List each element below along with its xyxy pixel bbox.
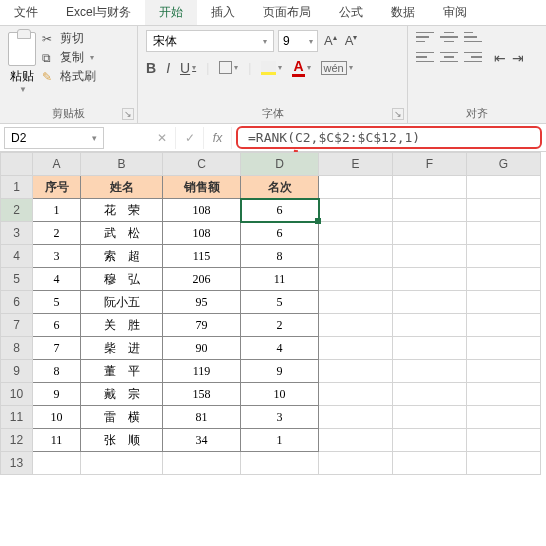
cell[interactable] [319, 406, 393, 429]
cell[interactable]: 关 胜 [81, 314, 163, 337]
cell[interactable] [467, 176, 541, 199]
cell[interactable] [467, 406, 541, 429]
cell[interactable] [393, 452, 467, 475]
cell[interactable] [319, 314, 393, 337]
cell[interactable]: 销售额 [163, 176, 241, 199]
row-header-8[interactable]: 8 [1, 337, 33, 360]
cell[interactable] [163, 452, 241, 475]
tab-file[interactable]: 文件 [0, 0, 52, 25]
cell[interactable]: 6 [33, 314, 81, 337]
cell[interactable]: 90 [163, 337, 241, 360]
cell[interactable] [319, 268, 393, 291]
cell[interactable]: 158 [163, 383, 241, 406]
cell[interactable] [467, 245, 541, 268]
fill-color-button[interactable]: ▾ [261, 61, 282, 75]
increase-font-button[interactable]: A▴ [322, 33, 339, 48]
border-button[interactable]: ▾ [219, 61, 238, 74]
row-header-11[interactable]: 11 [1, 406, 33, 429]
tab-formulas[interactable]: 公式 [325, 0, 377, 25]
cell[interactable]: 1 [33, 199, 81, 222]
decrease-font-button[interactable]: A▾ [343, 33, 360, 48]
row-header-4[interactable]: 4 [1, 245, 33, 268]
cell[interactable]: 95 [163, 291, 241, 314]
cell[interactable]: 柴 进 [81, 337, 163, 360]
row-header-12[interactable]: 12 [1, 429, 33, 452]
cell[interactable] [393, 429, 467, 452]
cell[interactable]: 5 [241, 291, 319, 314]
col-header-C[interactable]: C [163, 153, 241, 176]
cell[interactable] [393, 291, 467, 314]
cell[interactable]: 4 [241, 337, 319, 360]
tab-data[interactable]: 数据 [377, 0, 429, 25]
row-header-10[interactable]: 10 [1, 383, 33, 406]
font-name-select[interactable]: 宋体▾ [146, 30, 274, 52]
cell[interactable]: 108 [163, 199, 241, 222]
cell[interactable]: 11 [33, 429, 81, 452]
cancel-formula-button[interactable]: ✕ [148, 127, 176, 149]
copy-button[interactable]: ⧉复制▾ [42, 49, 96, 66]
row-header-1[interactable]: 1 [1, 176, 33, 199]
cell[interactable]: 董 平 [81, 360, 163, 383]
indent-increase-button[interactable]: ⇥ [512, 50, 524, 66]
cell[interactable]: 名次 [241, 176, 319, 199]
cell[interactable] [33, 452, 81, 475]
cell[interactable] [393, 199, 467, 222]
clipboard-launcher-icon[interactable]: ↘ [122, 108, 134, 120]
formula-input[interactable]: =RANK(C2,$C$2:$C$12,1) [236, 126, 542, 149]
cell[interactable]: 79 [163, 314, 241, 337]
cell[interactable]: 花 荣 [81, 199, 163, 222]
cell[interactable]: 穆 弘 [81, 268, 163, 291]
cell[interactable]: 2 [241, 314, 319, 337]
italic-button[interactable]: I [166, 60, 170, 76]
selected-cell[interactable]: 6 [241, 199, 319, 222]
cell[interactable] [319, 383, 393, 406]
cell[interactable]: 206 [163, 268, 241, 291]
cell[interactable] [319, 452, 393, 475]
font-color-button[interactable]: A▾ [292, 58, 310, 77]
cell[interactable]: 9 [33, 383, 81, 406]
col-header-F[interactable]: F [393, 153, 467, 176]
cell[interactable]: 3 [33, 245, 81, 268]
cell[interactable] [393, 222, 467, 245]
spreadsheet-grid[interactable]: A B C D E F G 1 序号 姓名 销售额 名次 2 1 花 荣 108… [0, 152, 546, 475]
cell[interactable]: 4 [33, 268, 81, 291]
cell[interactable]: 索 超 [81, 245, 163, 268]
align-center-button[interactable] [440, 50, 458, 64]
cell[interactable] [393, 337, 467, 360]
cell[interactable] [393, 245, 467, 268]
row-header-6[interactable]: 6 [1, 291, 33, 314]
paste-button[interactable]: 粘贴 ▼ [8, 30, 36, 94]
cell[interactable]: 序号 [33, 176, 81, 199]
cell[interactable] [467, 291, 541, 314]
cell[interactable] [467, 268, 541, 291]
col-header-G[interactable]: G [467, 153, 541, 176]
cell[interactable]: 11 [241, 268, 319, 291]
col-header-E[interactable]: E [319, 153, 393, 176]
font-size-select[interactable]: 9▾ [278, 30, 318, 52]
cell[interactable]: 1 [241, 429, 319, 452]
cell[interactable]: 武 松 [81, 222, 163, 245]
cell[interactable] [319, 245, 393, 268]
tab-review[interactable]: 审阅 [429, 0, 481, 25]
cell[interactable]: 115 [163, 245, 241, 268]
accept-formula-button[interactable]: ✓ [176, 127, 204, 149]
row-header-13[interactable]: 13 [1, 452, 33, 475]
cell[interactable] [319, 429, 393, 452]
cell[interactable] [393, 268, 467, 291]
phonetic-button[interactable]: wén▾ [321, 61, 353, 75]
cell[interactable]: 8 [241, 245, 319, 268]
cell[interactable] [467, 360, 541, 383]
name-box[interactable]: D2 ▾ [4, 127, 104, 149]
row-header-5[interactable]: 5 [1, 268, 33, 291]
align-middle-button[interactable] [440, 30, 458, 44]
col-header-B[interactable]: B [81, 153, 163, 176]
row-header-7[interactable]: 7 [1, 314, 33, 337]
cell[interactable]: 阮小五 [81, 291, 163, 314]
row-header-2[interactable]: 2 [1, 199, 33, 222]
cell[interactable]: 5 [33, 291, 81, 314]
tab-home[interactable]: 开始 [145, 0, 197, 25]
cell[interactable]: 2 [33, 222, 81, 245]
cell[interactable]: 119 [163, 360, 241, 383]
cell[interactable] [393, 360, 467, 383]
cell[interactable] [467, 429, 541, 452]
